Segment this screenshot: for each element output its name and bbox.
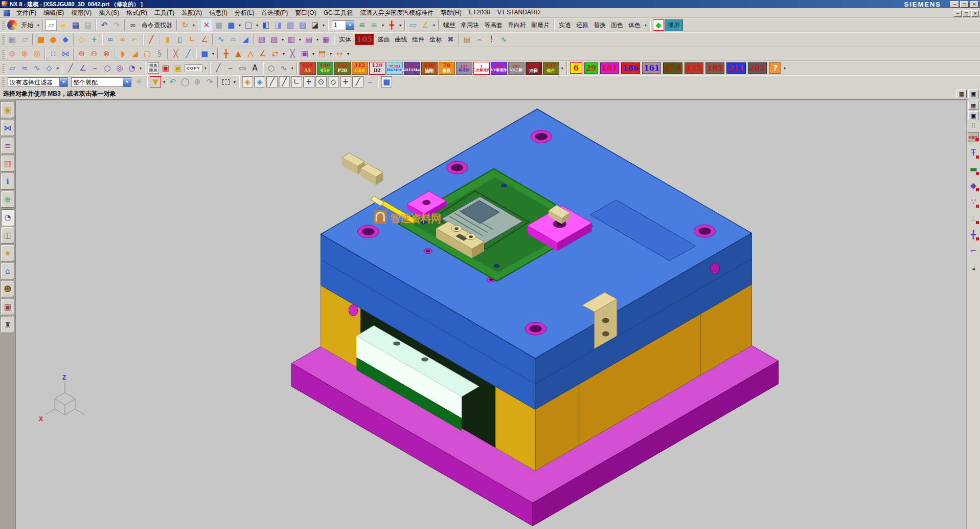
shortcut-211[interactable]: 211: [726, 62, 745, 74]
split-body-icon[interactable]: ╱: [183, 48, 194, 59]
circle-diameter-icon[interactable]: ◎: [114, 62, 125, 74]
gallery-tab[interactable]: ▣: [1, 299, 14, 315]
numbers-dropdown-icon[interactable]: ▾: [782, 66, 787, 71]
snap-existing-point-icon[interactable]: +: [340, 76, 351, 87]
screw-library-icon[interactable]: Ŧ: [968, 146, 979, 159]
menu-item[interactable]: 装配(A): [178, 9, 206, 17]
common-block-button[interactable]: 常用块: [458, 20, 482, 31]
dropdown-arrow-icon[interactable]: ▾: [255, 23, 260, 28]
pocket-icon[interactable]: ⊖: [7, 48, 18, 59]
ellipse-icon[interactable]: ○: [266, 62, 277, 74]
draft-face-icon[interactable]: ∠: [257, 48, 268, 59]
move-face-icon[interactable]: ╋: [220, 48, 232, 59]
shortcut-125[interactable]: 125: [685, 62, 703, 74]
arc-icon[interactable]: ⌢: [225, 62, 236, 74]
dropdown-arrow-icon[interactable]: ▾: [290, 66, 295, 71]
pad-icon[interactable]: ⊕: [19, 48, 30, 59]
mirror-feature-icon[interactable]: ⋈: [60, 48, 71, 59]
snap-point-on-curve-icon[interactable]: ╱: [352, 76, 363, 87]
material-112-cr8[interactable]: 112CR8: [352, 62, 368, 75]
corner-icon[interactable]: ∟: [187, 34, 198, 45]
dropdown-arrow-icon[interactable]: ▾: [55, 66, 60, 71]
material-137-zhujian[interactable]: 137铸件: [543, 62, 559, 75]
save-icon[interactable]: ▦: [70, 19, 81, 31]
material-1-erci[interactable]: 1二次标准件: [473, 62, 490, 75]
plate-library-icon[interactable]: ∵: [968, 195, 979, 208]
copy-face-icon[interactable]: ▣: [299, 48, 310, 59]
guide-rod-button[interactable]: 导向杆: [505, 20, 529, 31]
menu-item[interactable]: 插入(S): [95, 9, 123, 17]
dropdown-arrow-icon[interactable]: ▾: [232, 80, 237, 84]
crosshair-icon[interactable]: ⊕: [192, 76, 203, 87]
trim-body-icon[interactable]: ╳: [170, 48, 181, 59]
clip-thumbnail-icon[interactable]: ▦: [956, 90, 967, 98]
wear-plate-button[interactable]: 耐磨片: [529, 20, 552, 31]
menu-item[interactable]: 帮助(H): [437, 9, 465, 17]
menu-item[interactable]: 流浪人异乡国度汽模标准件: [356, 9, 437, 17]
shortcut-29[interactable]: 29: [584, 62, 598, 74]
close-window-icon[interactable]: ✕: [201, 19, 212, 31]
shortcut-202[interactable]: 202: [748, 62, 767, 74]
command-finder-icon[interactable]: ∞: [127, 19, 139, 31]
snap-midpoint-icon[interactable]: ╱: [279, 76, 290, 87]
shortcut-6[interactable]: 6: [570, 62, 582, 74]
lifter-library-icon[interactable]: ◆: [968, 179, 979, 192]
menu-item[interactable]: 格式(R): [123, 9, 151, 17]
machine-tab[interactable]: ♜: [1, 317, 14, 333]
wave-geometry-icon[interactable]: ▧: [268, 34, 280, 45]
material-124-a3[interactable]: 124A3: [300, 62, 316, 75]
command-finder-button[interactable]: 命令查找器: [139, 20, 175, 31]
sketch-arc-icon[interactable]: ⌢: [89, 62, 101, 74]
hidden-edges-icon[interactable]: ▨: [297, 19, 308, 31]
measure-icon[interactable]: ▭: [407, 19, 419, 31]
resize-face-icon[interactable]: ↔: [334, 48, 345, 59]
key-library-icon[interactable]: KEY: [968, 132, 979, 142]
material-199-vt[interactable]: 199VT标准件: [491, 62, 507, 75]
dropdown-arrow-icon[interactable]: ▾: [280, 37, 285, 42]
material-165-kd11max[interactable]: 165KD11Max: [404, 62, 420, 75]
open-icon[interactable]: ▰: [58, 19, 69, 31]
close-button[interactable]: ✕: [970, 1, 978, 8]
menu-item[interactable]: 首选项(P): [258, 9, 291, 17]
studio-spline-icon[interactable]: ∿: [278, 62, 289, 74]
library-grid-icon[interactable]: ▦: [968, 101, 978, 110]
start-button[interactable]: 开始: [18, 20, 36, 31]
mirror-body-icon[interactable]: ▦: [321, 34, 332, 45]
shaded-view-icon[interactable]: ■: [213, 19, 224, 31]
chamfer-icon[interactable]: ◢: [129, 48, 141, 59]
yellow-box-icon[interactable]: ▣: [172, 62, 184, 74]
selection-scope-combo[interactable]: 整个装配▼: [71, 77, 131, 87]
snap-arc-center-icon[interactable]: ⊙: [315, 76, 327, 87]
dropdown-arrow-icon[interactable]: ▾: [431, 23, 437, 28]
replace-button[interactable]: 替换: [591, 20, 608, 31]
paste-icon[interactable]: ▤: [461, 34, 472, 45]
roles-tab[interactable]: ☻: [1, 281, 14, 297]
prism-icon[interactable]: ◢: [240, 34, 251, 45]
print-icon[interactable]: ▤: [82, 19, 94, 31]
dropdown-arrow-icon[interactable]: ▾: [237, 23, 242, 28]
shortcut-help[interactable]: ?: [769, 62, 781, 74]
red-box-icon[interactable]: ▣: [160, 62, 171, 74]
diamond-check-icon[interactable]: ◆: [653, 19, 664, 31]
sketch-profile-icon[interactable]: ∠: [77, 62, 88, 74]
part-navigator-tab[interactable]: ≡: [1, 138, 14, 154]
wcs-dynamics-icon[interactable]: ╋: [386, 19, 397, 31]
offset-face-icon[interactable]: △: [245, 48, 256, 59]
wave-link-icon[interactable]: ▨: [256, 34, 267, 45]
assembly-navigator-tab[interactable]: ▣: [1, 102, 14, 118]
sweep-icon[interactable]: ∿: [215, 34, 226, 45]
visualization-tab[interactable]: ★: [1, 245, 14, 261]
material-127-biaozhunjian[interactable]: 127标准件: [456, 62, 472, 75]
shell-icon[interactable]: ▢: [142, 48, 153, 59]
clamp-library-icon[interactable]: ⌐: [968, 244, 979, 257]
menu-item[interactable]: VT STANDARD: [494, 9, 544, 17]
static-wireframe-icon[interactable]: ▧: [285, 19, 296, 31]
text-icon[interactable]: A: [249, 62, 261, 74]
copy-button[interactable]: COPY: [185, 64, 202, 72]
solid-body-snap-icon[interactable]: ■: [381, 76, 392, 87]
orient-sketch-icon[interactable]: ↻: [179, 19, 191, 31]
viewport-canvas[interactable]: 智造资料网 Z X: [16, 100, 966, 529]
snap-point-on-face-icon[interactable]: ⌢: [364, 76, 376, 87]
menu-item[interactable]: 分析(L): [231, 9, 258, 17]
sphere-feature-icon[interactable]: ●: [48, 34, 59, 45]
